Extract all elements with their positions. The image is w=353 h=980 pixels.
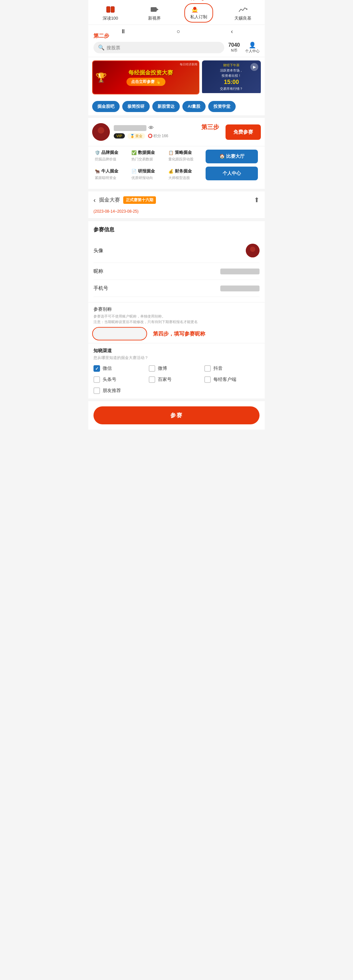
- channel-weibo-label: 微博: [158, 366, 167, 371]
- vip-tag: VIP: [114, 133, 125, 138]
- step2-label: 第二步: [93, 33, 109, 40]
- channel-baijiahao[interactable]: 百家号: [149, 376, 204, 383]
- banner-side-label: 财经下午茶: [223, 63, 240, 67]
- feature-brand-desc: 挖掘品牌价值: [95, 157, 126, 162]
- feature-research[interactable]: 📄 研报掘金 优质研报动向: [129, 165, 165, 184]
- checkbox-baijiahao[interactable]: [149, 376, 155, 383]
- user-vip-icon: [190, 6, 200, 13]
- checkbox-toutiao[interactable]: [93, 376, 100, 383]
- points-icon: ⭕: [148, 134, 153, 138]
- pause-icon[interactable]: ⏸: [120, 28, 126, 35]
- quickbtn-ai[interactable]: AI量股: [182, 101, 206, 112]
- banner-cta-label: 点击立即参赛: [131, 79, 155, 84]
- share-button[interactable]: ⬆: [254, 196, 260, 204]
- checkbox-weibo[interactable]: [149, 365, 155, 372]
- person-icon: 👤: [249, 41, 256, 49]
- feature-brand[interactable]: 🛡️ 品牌掘金 挖掘品牌价值: [92, 146, 129, 165]
- comp-title: 掘金大赛: [99, 197, 120, 204]
- back-icon[interactable]: ‹: [231, 28, 233, 35]
- checkbox-meijing[interactable]: [204, 376, 211, 383]
- chart-icon: [237, 5, 249, 14]
- checkbox-douyin[interactable]: [204, 365, 211, 372]
- form-row-nickname: 昵称: [93, 263, 260, 280]
- user-avatar: [92, 123, 110, 141]
- search-icon: 🔍: [98, 45, 105, 51]
- comp-round: 正式赛第十六期: [123, 196, 156, 204]
- user-tags: VIP 🏅 黄金 ⭕ 积分 166: [114, 133, 219, 139]
- currency-amount: 7040: [228, 42, 240, 48]
- eye-icon[interactable]: 👁: [149, 125, 153, 131]
- doc-icon: 📄: [131, 169, 137, 174]
- phone-value: [220, 285, 260, 291]
- svg-marker-4: [157, 8, 158, 11]
- nav-xinshijie-label: 新视界: [148, 15, 161, 21]
- features-list: 🛡️ 品牌掘金 挖掘品牌价值 ✅ 数据掘金 热门交易数据 📋 策略掘金 量化跟踪…: [92, 146, 202, 184]
- alias-note1: 参赛选手可不使用账户昵称，单独使用别称。: [93, 314, 165, 318]
- channel-baijiahao-label: 百家号: [158, 377, 172, 382]
- hand-icon: 👆: [156, 80, 161, 84]
- home-icon-btn: 🏠: [219, 154, 226, 159]
- feature-finance[interactable]: 💰 财务掘金 大师模型选股: [166, 165, 202, 184]
- free-join-button[interactable]: 免费参赛: [225, 124, 261, 140]
- shield-icon: 🛡️: [95, 150, 100, 155]
- search-input[interactable]: [107, 45, 220, 50]
- form-row-phone: 手机号: [93, 280, 260, 297]
- nav-shendu[interactable]: 深读100: [88, 5, 133, 21]
- alias-note: 参赛选手可不使用账户昵称，单独使用别称。 注意：当期昵称设置后不能修改，只有待到…: [93, 313, 260, 325]
- form-section: 参赛信息 头像 昵称 手机号: [88, 218, 265, 302]
- gold-label: 黄金: [135, 134, 142, 138]
- search-section: 第二步 🔍 7040 N币 👤 个人中心: [88, 38, 265, 57]
- user-area: 👁 VIP 🏅 黄金 ⭕ 积分 166 第三步 免费参赛: [88, 115, 265, 146]
- feature-data-desc: 热门交易数据: [131, 157, 163, 162]
- channel-weibo[interactable]: 微博: [149, 365, 204, 372]
- banner-side[interactable]: ▶ 财经下午茶 活跃资本市场， 投资者出招！ 15:00 交易市有行情？: [202, 60, 261, 94]
- alias-note2: 注意：当期昵称设置后不能修改，只有待到下期赛程报名才能更名: [93, 320, 198, 324]
- quickbtn-xingu[interactable]: 新股雷达: [152, 101, 180, 112]
- personal-center-label: 个人中心: [245, 49, 260, 54]
- back-button[interactable]: ‹: [93, 196, 96, 204]
- submit-button[interactable]: 参赛: [93, 406, 260, 424]
- channel-weixin[interactable]: 微信: [93, 365, 149, 372]
- alias-label: 参赛别称: [93, 306, 260, 312]
- hall-btn[interactable]: 🏠 比赛大厅: [206, 150, 258, 163]
- channel-toutiao-label: 头条号: [103, 377, 117, 382]
- banner-cta-btn[interactable]: 点击立即参赛 👆: [126, 78, 165, 86]
- feature-strategy[interactable]: 📋 策略掘金 量化跟踪异动股: [166, 146, 202, 165]
- form-avatar-img: [246, 244, 260, 258]
- banner-side-inner: ▶ 财经下午茶 活跃资本市场， 投资者出招！ 15:00 交易市有行情？: [202, 60, 261, 93]
- channel-toutiao[interactable]: 头条号: [93, 376, 149, 383]
- channel-desc: 您从哪里知道的掘金大赛活动？: [93, 355, 260, 361]
- quickbtn-invest[interactable]: 投资学堂: [208, 101, 236, 112]
- nav-private[interactable]: 第一步 私人订制: [177, 3, 220, 22]
- channel-douyin[interactable]: 抖音: [204, 365, 260, 372]
- comp-date: (2023-08-14~2023-08-25): [93, 209, 139, 214]
- svg-rect-1: [111, 6, 114, 13]
- feature-bull-title: 🐂 牛人掘金: [95, 168, 126, 174]
- checkbox-friend[interactable]: [93, 387, 100, 394]
- banner-area: 🏆 每日经济新闻 每经掘金投资大赛 点击立即参赛 👆 ▶ 财经下午茶 活跃资本市…: [88, 57, 265, 98]
- user-name-text: [114, 125, 147, 131]
- banner-side-time: 15:00: [224, 79, 239, 86]
- personal-center[interactable]: 👤 个人中心: [245, 41, 260, 54]
- quickbtn-jijian[interactable]: 极简投研: [122, 101, 150, 112]
- home-icon[interactable]: ○: [177, 28, 180, 35]
- channel-friend[interactable]: 朋友推荐: [93, 387, 149, 394]
- nav-tianshao[interactable]: 天赐良基: [220, 5, 265, 21]
- quickbtn-digging[interactable]: 掘金股吧: [92, 101, 120, 112]
- checkbox-weixin[interactable]: [93, 365, 100, 372]
- nav-xinshijie[interactable]: 新视界: [133, 5, 177, 21]
- avatar-label: 头像: [93, 248, 103, 254]
- book-icon: [105, 5, 117, 14]
- alias-input[interactable]: [93, 328, 146, 339]
- comp-date-row: (2023-08-14~2023-08-25): [88, 208, 265, 218]
- svg-rect-0: [107, 6, 110, 13]
- channel-meijing[interactable]: 每经客户端: [204, 376, 260, 383]
- svg-rect-3: [151, 7, 157, 12]
- submit-area: 参赛: [88, 399, 265, 430]
- svg-rect-8: [193, 10, 197, 12]
- feature-bull[interactable]: 🐂 牛人掘金 紧跟聪明资金: [92, 165, 129, 184]
- personal-btn[interactable]: 个人中心: [206, 167, 258, 180]
- banner-main[interactable]: 🏆 每日经济新闻 每经掘金投资大赛 点击立即参赛 👆: [92, 60, 200, 94]
- channel-friend-label: 朋友推荐: [103, 388, 121, 394]
- feature-data[interactable]: ✅ 数据掘金 热门交易数据: [129, 146, 165, 165]
